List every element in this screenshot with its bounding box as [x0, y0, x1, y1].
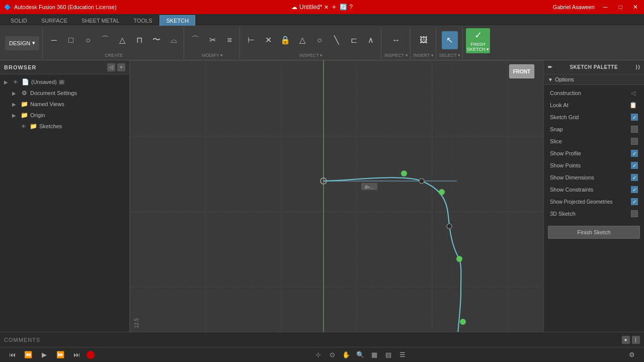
tb-tangent-btn[interactable]: ○ — [311, 31, 328, 49]
tb-polygon-btn[interactable]: △ — [114, 31, 130, 49]
display-btn[interactable]: ▦ — [368, 349, 380, 360]
tb-fillet-btn[interactable]: ⌒ — [187, 31, 203, 49]
object-display-btn[interactable]: ▤ — [382, 349, 394, 360]
last-frame-btn[interactable]: ⏭ — [70, 349, 83, 360]
next-frame-btn[interactable]: ⏩ — [54, 349, 66, 360]
tb-circle-btn[interactable]: ○ — [80, 31, 96, 49]
3d-sketch-label: 3D Sketch — [550, 211, 576, 217]
tb-inspect-btn[interactable]: ↔ — [388, 31, 404, 49]
tb-rect-btn[interactable]: □ — [63, 31, 79, 49]
toolbar-group-finish: ✓ FINISHSKETCH ▾ — [464, 27, 492, 59]
show-constraints-checkbox[interactable]: ✓ — [631, 186, 638, 193]
tree-item-named-views[interactable]: ▶ 📁 Named Views — [0, 99, 129, 110]
close-document-btn[interactable]: ✕ — [324, 4, 329, 11]
toolbar-group-insert: 🖼 INSERT ▾ — [412, 27, 436, 59]
pan-btn[interactable]: ✋ — [340, 349, 352, 360]
svg-point-10 — [447, 224, 452, 229]
canvas-area[interactable]: d=... FRONT 12.5 — [130, 60, 543, 332]
tree-label-origin: Origin — [30, 112, 45, 118]
sketch-grid-checkbox[interactable]: ✓ — [631, 114, 638, 121]
view-options-btn[interactable]: ☰ — [396, 349, 409, 360]
tb-collinear-btn[interactable]: ✕ — [260, 31, 276, 49]
tab-tools[interactable]: TOOLS — [127, 15, 158, 26]
settings-btn[interactable]: ⚙ — [626, 349, 638, 360]
show-points-checkbox[interactable]: ✓ — [631, 162, 638, 169]
tree-eye-root[interactable]: 👁 — [12, 78, 19, 85]
sidebar: BROWSER ◁ + ▶ 👁 📄 (Unsaved) ⚙ ▶ ⚙ Docume… — [0, 60, 130, 332]
record-btn[interactable] — [87, 351, 95, 359]
new-tab-btn[interactable]: ＋ — [331, 3, 338, 12]
tb-arc-btn[interactable]: ⌒ — [97, 31, 113, 49]
show-projected-checkbox[interactable]: ✓ — [631, 198, 638, 205]
play-btn[interactable]: ▶ — [38, 349, 50, 360]
tree-item-sketches[interactable]: ▶ 👁 📁 Sketches — [0, 121, 129, 132]
tb-offset-btn[interactable]: ≡ — [221, 31, 237, 49]
tree-arrow-views: ▶ — [12, 102, 18, 107]
slice-checkbox[interactable] — [631, 138, 638, 145]
construction-icon[interactable]: ◁ — [628, 88, 638, 98]
tree-item-origin[interactable]: ▶ 📁 Origin — [0, 110, 129, 121]
palette-expand-icon[interactable]: ⟩⟩ — [635, 64, 640, 70]
tb-conic-btn[interactable]: ⌓ — [166, 31, 182, 49]
sketch-grid-label: Sketch Grid — [550, 114, 579, 120]
show-profile-label: Show Profile — [550, 150, 581, 156]
tab-surface[interactable]: SURFACE — [35, 15, 74, 26]
comments-icon-1[interactable]: ● — [622, 336, 630, 344]
svg-point-8 — [460, 319, 466, 325]
modify-icons: ⌒ ✂ ≡ — [187, 28, 237, 52]
tab-sketch[interactable]: SKETCH — [159, 15, 195, 26]
tb-perp-btn[interactable]: ⊏ — [346, 31, 362, 49]
tb-spline-btn[interactable]: 〜 — [148, 31, 165, 49]
look-at-icon[interactable]: 📋 — [628, 100, 638, 110]
maximize-btn[interactable]: □ — [616, 3, 625, 12]
tree-item-doc-settings[interactable]: ▶ ⚙ Document Settings — [0, 87, 129, 99]
tb-slot-btn[interactable]: ⊓ — [131, 31, 147, 49]
tb-equal-btn[interactable]: △ — [294, 31, 310, 49]
zoom-btn[interactable]: 🔍 — [354, 349, 366, 360]
close-btn[interactable]: ✕ — [631, 3, 640, 12]
cube-front[interactable]: FRONT — [509, 64, 534, 78]
tb-select-btn[interactable]: ↖ — [442, 31, 458, 49]
tab-sheet-metal[interactable]: SHEET METAL — [75, 15, 126, 26]
sketch-svg: d=... — [130, 60, 543, 332]
tab-solid[interactable]: SOLID — [4, 15, 34, 26]
first-frame-btn[interactable]: ⏮ — [6, 349, 18, 360]
tb-lock-btn[interactable]: 🔒 — [277, 31, 293, 49]
tb-parallel-btn[interactable]: ╲ — [329, 31, 345, 49]
tb-trim-btn[interactable]: ✂ — [204, 31, 220, 49]
view-cube[interactable]: FRONT — [509, 64, 539, 95]
minimize-btn[interactable]: ─ — [601, 3, 610, 12]
tb-line-btn[interactable]: ─ — [46, 31, 62, 49]
tree-eye-sketches[interactable]: 👁 — [20, 123, 27, 130]
comments-icon-2[interactable]: | — [632, 336, 640, 344]
show-dimensions-checkbox[interactable]: ✓ — [631, 174, 638, 181]
palette-row-show-constraints: Show Constraints ✓ — [544, 184, 644, 196]
browser-expand-btn[interactable]: + — [117, 63, 125, 71]
sync-icon: 🔄 — [340, 4, 347, 11]
palette-section-options[interactable]: ▼ Options — [544, 74, 644, 85]
tree-arrow-origin: ▶ — [12, 113, 18, 118]
grid-nav-btn[interactable]: ⊹ — [312, 349, 324, 360]
finish-sketch-palette-btn[interactable]: Finish Sketch — [548, 226, 640, 239]
design-btn[interactable]: DESIGN ▾ — [5, 36, 39, 50]
design-area: DESIGN ▾ — [2, 27, 43, 59]
create-icons: ─ □ ○ ⌒ △ ⊓ 〜 ⌓ — [46, 28, 182, 52]
tb-midpoint-btn[interactable]: ∧ — [363, 31, 379, 49]
palette-row-show-projected: Show Projected Geometries ✓ — [544, 196, 644, 208]
tb-coincident-btn[interactable]: ⊢ — [243, 31, 259, 49]
3d-sketch-checkbox[interactable] — [631, 210, 638, 217]
tb-insert-btn[interactable]: 🖼 — [416, 31, 432, 49]
select-label: SELECT ▾ — [439, 53, 460, 58]
main-layout: BROWSER ◁ + ▶ 👁 📄 (Unsaved) ⚙ ▶ ⚙ Docume… — [0, 60, 644, 332]
show-constraints-label: Show Constraints — [550, 187, 593, 193]
browser-collapse-btn[interactable]: ◁ — [107, 63, 115, 71]
svg-point-7 — [456, 256, 462, 262]
orbit-btn[interactable]: ⊙ — [326, 349, 338, 360]
prev-frame-btn[interactable]: ⏪ — [22, 349, 34, 360]
finish-sketch-toolbar-btn[interactable]: ✓ FINISHSKETCH ▾ — [466, 28, 490, 53]
show-dimensions-label: Show Dimensions — [550, 174, 594, 180]
tree-item-root[interactable]: ▶ 👁 📄 (Unsaved) ⚙ — [0, 76, 129, 87]
bottom-left: ⏮ ⏪ ▶ ⏩ ⏭ — [6, 349, 95, 360]
show-profile-checkbox[interactable]: ✓ — [631, 150, 638, 157]
snap-checkbox[interactable] — [631, 126, 638, 133]
